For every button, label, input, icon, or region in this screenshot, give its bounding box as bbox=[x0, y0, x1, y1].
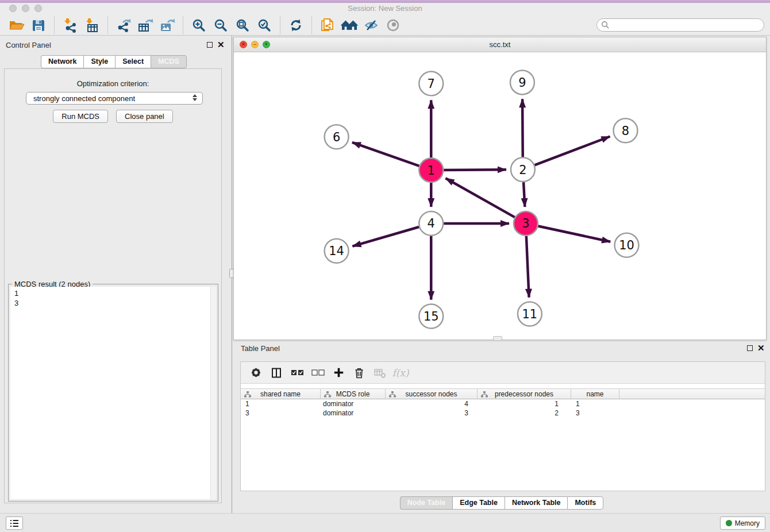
tab-node-table[interactable]: Node Table bbox=[400, 496, 452, 510]
import-table-button[interactable] bbox=[81, 16, 103, 34]
graph-edge-3-11[interactable] bbox=[526, 236, 529, 298]
zoom-out-icon bbox=[214, 18, 228, 32]
zoom-out-button[interactable] bbox=[210, 16, 232, 34]
graph-edge-2-9[interactable] bbox=[522, 99, 523, 157]
delete-row-button[interactable] bbox=[349, 364, 369, 381]
cell-shared-name[interactable]: 1 bbox=[241, 399, 321, 408]
network-overview-button[interactable] bbox=[317, 16, 338, 34]
tab-motifs[interactable]: Motifs bbox=[567, 496, 603, 510]
table-header-row: shared name MCDS role successor nodes bbox=[241, 388, 765, 399]
tab-edge-table[interactable]: Edge Table bbox=[452, 496, 505, 510]
network-window: × – + scc.txt 7968124314101511 bbox=[233, 37, 767, 340]
tab-mcds[interactable]: MCDS bbox=[151, 55, 187, 68]
criterion-select[interactable]: strongly connected component bbox=[26, 92, 203, 105]
criterion-value: strongly connected component bbox=[33, 94, 135, 103]
column-header-successor-nodes[interactable]: successor nodes bbox=[386, 389, 478, 399]
cell-successor-nodes[interactable]: 4 bbox=[386, 399, 478, 408]
cell-name[interactable]: 1 bbox=[571, 399, 619, 408]
network-window-titlebar[interactable]: × – + scc.txt bbox=[234, 37, 766, 52]
zoom-selected-button[interactable] bbox=[253, 16, 275, 34]
cell-predecessor-nodes[interactable]: 2 bbox=[478, 408, 571, 418]
graph-edge-1-6[interactable] bbox=[352, 142, 419, 166]
cell-mcds-role[interactable]: dominator bbox=[321, 408, 386, 418]
network-graph[interactable]: 7968124314101511 bbox=[234, 52, 766, 340]
cell-successor-nodes[interactable]: 3 bbox=[386, 408, 478, 418]
column-header-mcds-role[interactable]: MCDS role bbox=[321, 389, 386, 399]
status-bar: Memory bbox=[0, 513, 770, 532]
mcds-result-area[interactable]: 1 3 bbox=[10, 287, 216, 499]
graph-edge-4-14[interactable] bbox=[352, 227, 419, 246]
close-panel-button[interactable]: Close panel bbox=[116, 110, 173, 123]
refresh-icon bbox=[289, 18, 303, 32]
home-button[interactable] bbox=[338, 16, 360, 34]
float-table-panel-icon[interactable] bbox=[747, 345, 753, 351]
hide-selected-button[interactable] bbox=[360, 16, 382, 34]
add-column-button[interactable] bbox=[328, 364, 349, 381]
refresh-button[interactable] bbox=[285, 16, 307, 34]
open-session-button[interactable] bbox=[6, 16, 28, 34]
graph-edge-2-8[interactable] bbox=[534, 137, 610, 165]
tab-network[interactable]: Network bbox=[41, 55, 83, 68]
network-canvas[interactable]: 7968124314101511 bbox=[234, 52, 766, 340]
attribute-icon bbox=[389, 391, 396, 398]
graph-node-label-8: 8 bbox=[622, 124, 629, 138]
horizontal-splitter-handle[interactable] bbox=[493, 336, 502, 341]
column-header-name[interactable]: name bbox=[571, 389, 619, 399]
export-table-button[interactable] bbox=[134, 16, 156, 34]
trash-icon bbox=[353, 367, 365, 379]
table-settings-button[interactable] bbox=[245, 364, 266, 381]
column-label: successor nodes bbox=[405, 390, 457, 398]
function-builder-button[interactable]: f(x) bbox=[390, 364, 411, 381]
delete-column-button[interactable] bbox=[369, 364, 390, 381]
graph-edge-3-10[interactable] bbox=[538, 226, 610, 242]
task-list-button[interactable] bbox=[6, 516, 23, 530]
import-table-icon bbox=[84, 18, 100, 33]
zoom-fit-button[interactable] bbox=[232, 16, 253, 34]
table-gap bbox=[241, 384, 765, 388]
tab-style[interactable]: Style bbox=[83, 55, 115, 68]
tab-select[interactable]: Select bbox=[115, 55, 151, 68]
show-columns-button[interactable] bbox=[266, 364, 287, 381]
import-network-button[interactable] bbox=[59, 16, 81, 34]
float-panel-icon[interactable] bbox=[207, 42, 213, 48]
cell-mcds-role[interactable]: dominator bbox=[321, 399, 386, 408]
toolbar-separator bbox=[107, 17, 108, 34]
result-scrollbar[interactable] bbox=[210, 287, 216, 499]
column-header-predecessor-nodes[interactable]: predecessor nodes bbox=[478, 389, 571, 399]
search-input[interactable] bbox=[596, 18, 764, 32]
run-mcds-button[interactable]: Run MCDS bbox=[53, 110, 108, 123]
attribute-icon bbox=[244, 391, 251, 398]
graph-node-label-1: 1 bbox=[428, 164, 435, 178]
memory-button[interactable]: Memory bbox=[720, 516, 765, 530]
column-header-shared-name[interactable]: shared name bbox=[241, 389, 321, 399]
checked-boxes-icon bbox=[291, 369, 304, 376]
memory-status-icon bbox=[726, 520, 732, 526]
table-row[interactable]: 1 dominator 4 1 1 bbox=[241, 399, 765, 408]
show-selected-button[interactable] bbox=[382, 16, 404, 34]
select-all-button[interactable] bbox=[287, 364, 307, 381]
deselect-all-button[interactable] bbox=[307, 364, 328, 381]
close-panel-icon[interactable]: ✕ bbox=[217, 42, 225, 48]
close-table-panel-icon[interactable]: ✕ bbox=[757, 345, 765, 351]
app-window: Session: New Session bbox=[0, 0, 770, 532]
zoom-in-button[interactable] bbox=[188, 16, 210, 34]
cell-predecessor-nodes[interactable]: 1 bbox=[478, 399, 571, 408]
cell-shared-name[interactable]: 3 bbox=[241, 408, 321, 418]
zoom-in-icon bbox=[192, 18, 206, 32]
export-network-button[interactable] bbox=[113, 16, 134, 34]
graph-node-label-2: 2 bbox=[519, 163, 526, 177]
table-row[interactable]: 3 dominator 3 2 3 bbox=[241, 408, 765, 418]
save-session-button[interactable] bbox=[28, 16, 49, 34]
graph-edge-1-2[interactable] bbox=[444, 169, 506, 170]
control-panel-tabs: Network Style Select MCDS bbox=[0, 55, 228, 68]
graph-edge-2-3[interactable] bbox=[523, 182, 525, 207]
graph-edge-3-1[interactable] bbox=[445, 178, 514, 217]
export-image-button[interactable] bbox=[156, 16, 178, 34]
graph-node-label-9: 9 bbox=[518, 76, 526, 90]
tab-network-table[interactable]: Network Table bbox=[505, 496, 568, 510]
export-table-icon bbox=[137, 18, 153, 33]
cell-name[interactable]: 3 bbox=[571, 408, 619, 418]
network-file-icon bbox=[320, 18, 335, 33]
node-table-container: f(x) shared name MCDS role bbox=[240, 361, 765, 491]
cell-filler bbox=[619, 399, 765, 408]
